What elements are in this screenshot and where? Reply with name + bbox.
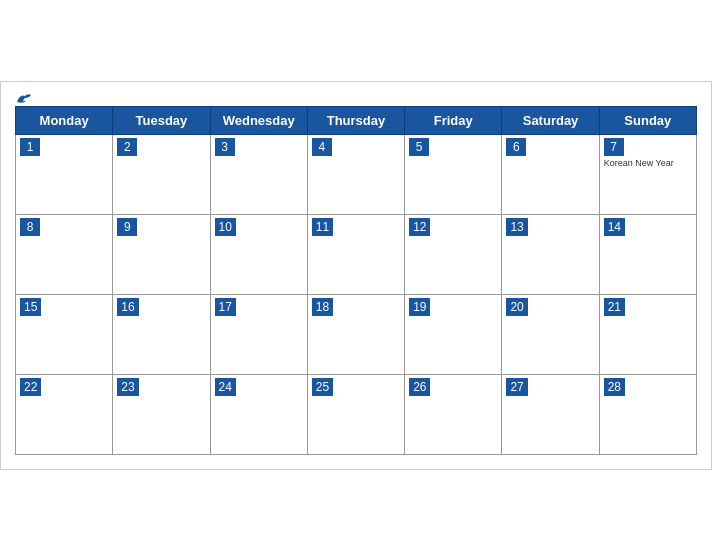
week-row-4: 22232425262728 xyxy=(16,374,697,454)
calendar-body: 1234567Korean New Year891011121314151617… xyxy=(16,134,697,454)
day-number-12: 12 xyxy=(409,218,430,237)
day-cell-21: 21 xyxy=(599,294,696,374)
day-number-14: 14 xyxy=(604,218,625,237)
logo-bird-icon xyxy=(15,92,33,106)
day-cell-10: 10 xyxy=(210,214,307,294)
day-number-6: 6 xyxy=(506,138,526,157)
day-number-2: 2 xyxy=(117,138,137,157)
day-number-27: 27 xyxy=(506,378,527,397)
day-cell-14: 14 xyxy=(599,214,696,294)
day-number-18: 18 xyxy=(312,298,333,317)
day-cell-18: 18 xyxy=(307,294,404,374)
day-number-19: 19 xyxy=(409,298,430,317)
weekday-header-saturday: Saturday xyxy=(502,106,599,134)
day-cell-1: 1 xyxy=(16,134,113,214)
day-number-23: 23 xyxy=(117,378,138,397)
day-cell-4: 4 xyxy=(307,134,404,214)
day-number-25: 25 xyxy=(312,378,333,397)
day-number-7: 7 xyxy=(604,138,624,157)
day-number-16: 16 xyxy=(117,298,138,317)
day-cell-11: 11 xyxy=(307,214,404,294)
holiday-text-7: Korean New Year xyxy=(604,158,692,169)
weekday-header-monday: Monday xyxy=(16,106,113,134)
day-number-17: 17 xyxy=(215,298,236,317)
day-cell-17: 17 xyxy=(210,294,307,374)
day-number-13: 13 xyxy=(506,218,527,237)
day-cell-13: 13 xyxy=(502,214,599,294)
day-number-22: 22 xyxy=(20,378,41,397)
day-cell-2: 2 xyxy=(113,134,210,214)
day-cell-12: 12 xyxy=(405,214,502,294)
day-cell-7: 7Korean New Year xyxy=(599,134,696,214)
day-number-9: 9 xyxy=(117,218,137,237)
day-cell-6: 6 xyxy=(502,134,599,214)
week-row-1: 1234567Korean New Year xyxy=(16,134,697,214)
day-cell-8: 8 xyxy=(16,214,113,294)
day-number-5: 5 xyxy=(409,138,429,157)
weekday-header-wednesday: Wednesday xyxy=(210,106,307,134)
logo-area xyxy=(15,92,35,106)
day-number-11: 11 xyxy=(312,218,333,237)
day-cell-27: 27 xyxy=(502,374,599,454)
weekday-header-row: MondayTuesdayWednesdayThursdayFridaySatu… xyxy=(16,106,697,134)
day-number-3: 3 xyxy=(215,138,235,157)
day-cell-24: 24 xyxy=(210,374,307,454)
day-cell-5: 5 xyxy=(405,134,502,214)
day-cell-19: 19 xyxy=(405,294,502,374)
calendar-header xyxy=(15,92,697,100)
weekday-header-tuesday: Tuesday xyxy=(113,106,210,134)
day-number-4: 4 xyxy=(312,138,332,157)
calendar-table: MondayTuesdayWednesdayThursdayFridaySatu… xyxy=(15,106,697,455)
day-number-1: 1 xyxy=(20,138,40,157)
day-cell-3: 3 xyxy=(210,134,307,214)
calendar-thead: MondayTuesdayWednesdayThursdayFridaySatu… xyxy=(16,106,697,134)
day-number-20: 20 xyxy=(506,298,527,317)
day-cell-25: 25 xyxy=(307,374,404,454)
day-number-26: 26 xyxy=(409,378,430,397)
day-number-24: 24 xyxy=(215,378,236,397)
day-number-21: 21 xyxy=(604,298,625,317)
day-cell-16: 16 xyxy=(113,294,210,374)
calendar-container: MondayTuesdayWednesdayThursdayFridaySatu… xyxy=(0,81,712,470)
day-cell-9: 9 xyxy=(113,214,210,294)
day-cell-23: 23 xyxy=(113,374,210,454)
day-cell-15: 15 xyxy=(16,294,113,374)
weekday-header-thursday: Thursday xyxy=(307,106,404,134)
day-number-28: 28 xyxy=(604,378,625,397)
week-row-2: 891011121314 xyxy=(16,214,697,294)
day-number-10: 10 xyxy=(215,218,236,237)
logo-blue-text xyxy=(15,92,35,106)
day-number-15: 15 xyxy=(20,298,41,317)
day-number-8: 8 xyxy=(20,218,40,237)
day-cell-28: 28 xyxy=(599,374,696,454)
day-cell-22: 22 xyxy=(16,374,113,454)
weekday-header-sunday: Sunday xyxy=(599,106,696,134)
day-cell-26: 26 xyxy=(405,374,502,454)
week-row-3: 15161718192021 xyxy=(16,294,697,374)
weekday-header-friday: Friday xyxy=(405,106,502,134)
day-cell-20: 20 xyxy=(502,294,599,374)
